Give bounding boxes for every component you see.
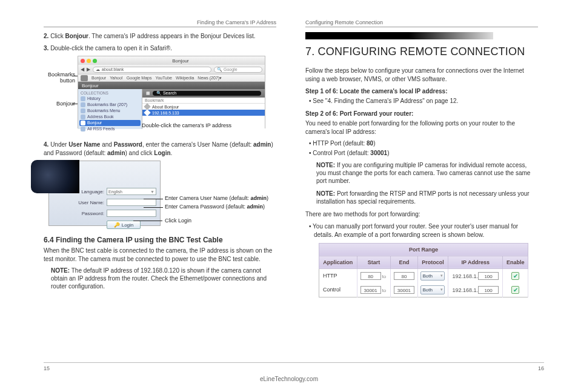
step-4: 4. Under User Name and Password, enter t… — [44, 141, 276, 157]
bonjour-screenshot: Bookmarks button Bonjour Bonjour ◀ ▶ ☁ a… — [44, 56, 276, 135]
address-bar: ☁ about:blank — [93, 67, 211, 73]
page-number-right: 16 — [538, 365, 544, 371]
site-icon: ☁ — [96, 67, 100, 72]
pf-row-control: Control 30001to 30001 Both▾ 192.168.1.10… — [319, 283, 528, 297]
minimize-icon — [87, 59, 91, 63]
pf-end-input: 30001 — [394, 286, 414, 294]
camera-graphic — [31, 160, 79, 193]
folder-icon — [81, 108, 85, 113]
row-language: Language: English▼ — [76, 188, 156, 195]
step-1-bullet: See "4. Finding the Camera's IP Address"… — [314, 97, 538, 105]
port-forwarding-table: Port Range Application Start End Protoco… — [319, 243, 528, 297]
section-6-4-heading: 6.4 Finding the Camera IP using the BNC … — [44, 236, 276, 244]
address-text: about:blank — [102, 67, 124, 71]
pf-start-input: 80 — [360, 272, 381, 280]
hint-password: Enter Camera Password (default: admin) — [165, 204, 274, 210]
section-6-4-note: NOTE: The default IP address of 192.168.… — [51, 267, 276, 290]
pf-end-input: 80 — [394, 272, 414, 280]
window-title: Bonjour — [99, 58, 262, 64]
key-icon: 🔑 — [114, 222, 120, 228]
safari-window: Bonjour ◀ ▶ ☁ about:blank 🔍 Google Bonjo… — [78, 56, 265, 128]
rss-icon — [81, 127, 85, 131]
label-bookmarks-button: Bookmarks button — [39, 71, 75, 84]
label-double-click: Double-click the camera's IP address — [142, 122, 263, 128]
pf-col-proto: Protocol — [417, 256, 448, 268]
page-right: Configuring Remote Connection 7. CONFIGU… — [305, 19, 538, 297]
step-2-heading: Step 2 of 6: Port Forward your router: — [305, 110, 538, 117]
pf-ip-prefix: 192.168.1. — [453, 287, 479, 293]
bm-item: Yahoo! — [110, 76, 123, 80]
collections-sidebar: COLLECTIONS History Bookmarks Bar (207) … — [78, 89, 142, 129]
step-4-num: 4. — [44, 141, 48, 148]
nav-back-icon: ◀ — [81, 67, 84, 72]
bullet-http-port: HTTP Port (default: 80) — [314, 139, 538, 148]
pf-col-end: End — [391, 256, 417, 268]
section-7-intro: Follow the steps below to configure your… — [305, 67, 538, 83]
pf-ip-prefix: 192.168.1. — [453, 273, 479, 279]
bullet-control-port: Control Port (default: 30001) — [314, 149, 538, 158]
page-left: Finding the Camera's IP Address 2. Click… — [44, 19, 276, 297]
safari-titlebar: Bonjour — [78, 56, 265, 65]
pf-col-enable: Enable — [503, 256, 528, 268]
pf-start-input: 30001 — [360, 286, 381, 294]
pf-app: HTTP — [319, 268, 357, 283]
login-panel: Language: English▼ User Name: Password: … — [48, 161, 161, 226]
login-button: 🔑 Login — [107, 221, 141, 229]
bm-item: Google Maps — [127, 76, 152, 80]
bm-item: News (207)▾ — [198, 76, 222, 81]
step-2-para: You need to enable port forwarding for t… — [305, 119, 538, 136]
book-icon — [81, 115, 85, 119]
step-1-heading: Step 1 of 6: Locate the camera's local I… — [305, 88, 538, 95]
login-screenshot: Language: English▼ User Name: Password: … — [44, 161, 276, 228]
step-3-num: 3. — [44, 45, 48, 51]
bm-item: YouTube — [155, 76, 172, 80]
row-username: User Name: — [76, 199, 156, 206]
bonjour-device-icon — [144, 109, 150, 116]
nav-fwd-icon: ▶ — [87, 67, 90, 72]
pf-col-app: Application — [319, 256, 357, 268]
pf-enable-checkbox: ✔ — [511, 272, 519, 280]
sidebar-item-bmmenu: Bookmarks Menu — [79, 108, 141, 114]
chevron-down-icon: ▼ — [150, 190, 154, 194]
device-item-selected: 192.168.5.133 — [142, 110, 265, 116]
row-password: Password: — [76, 210, 156, 217]
pf-app: Control — [319, 283, 357, 297]
bookmarks-bar: Bonjour Yahoo! Google Maps YouTube Wikip… — [78, 75, 265, 82]
device-item: About Bonjour — [142, 104, 265, 110]
pf-enable-checkbox: ✔ — [511, 286, 519, 294]
pf-col-start: Start — [357, 256, 391, 268]
footer-rule — [44, 362, 544, 363]
bm-item: Wikipedia — [176, 76, 194, 80]
username-input — [107, 199, 156, 206]
sidebar-header: COLLECTIONS — [81, 91, 141, 95]
search-field: 🔍 Google — [214, 67, 262, 73]
pf-title: Port Range — [319, 243, 528, 256]
column-header: Bookmark — [142, 98, 265, 104]
method-manual: You can manually port forward your route… — [314, 222, 538, 239]
username-label: User Name: — [76, 200, 104, 205]
page-header-left: Finding the Camera's IP Address — [44, 19, 276, 27]
hint-username: Enter Camera User Name (default: admin) — [165, 195, 274, 201]
step-3: 3. Double-click the camera to open it in… — [44, 44, 276, 53]
password-input — [107, 210, 156, 217]
password-label: Password: — [76, 211, 104, 216]
hint-login-button: Click Login — [165, 218, 274, 224]
pf-row-http: HTTP 80to 80 Both▾ 192.168.1.100 ✔ — [319, 268, 528, 283]
chevron-down-icon: ▾ — [440, 287, 443, 292]
pf-proto-select: Both▾ — [420, 285, 445, 294]
grid-icon: ▦ — [146, 91, 150, 96]
bonjour-icon — [81, 121, 85, 125]
close-icon — [81, 59, 85, 63]
safari-toolbar: ◀ ▶ ☁ about:blank 🔍 Google — [78, 65, 265, 75]
chevron-down-icon: ▾ — [440, 273, 443, 278]
devices-search: 🔍 Search — [153, 91, 261, 96]
sidebar-item-history: History — [79, 96, 141, 102]
note-multiple-cameras: NOTE: If you are configuring multiple IP… — [316, 161, 538, 185]
label-bonjour: Bonjour — [39, 101, 75, 107]
section-7-title: 7. CONFIGURING REMOTE CONNECTION — [305, 45, 538, 58]
note-rtsp-rtmp: NOTE: Port forwarding the RTSP and RTMP … — [316, 190, 538, 205]
sidebar-item-bmbar: Bookmarks Bar (207) — [79, 102, 141, 108]
zoom-icon — [93, 59, 97, 63]
history-icon — [81, 96, 85, 101]
language-select: English▼ — [107, 188, 156, 195]
